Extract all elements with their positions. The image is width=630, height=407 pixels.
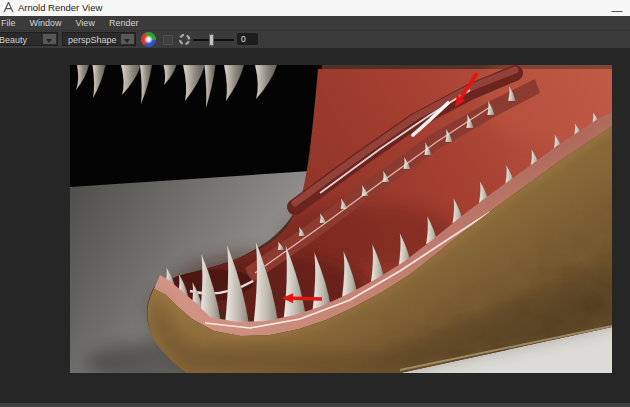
ghost-swatch-icon[interactable] — [163, 35, 173, 45]
arnold-render-view-window: Arnold Render View — File Window View Re… — [0, 0, 630, 407]
refresh-icon[interactable] — [178, 33, 191, 46]
render-viewport[interactable] — [70, 65, 612, 373]
render-panel — [0, 48, 630, 403]
camera-dropdown-value: perspShape — [68, 35, 117, 45]
window-bottom-edge — [0, 403, 630, 407]
camera-dropdown[interactable]: perspShape — [62, 32, 136, 46]
color-wheel-icon[interactable] — [141, 32, 156, 47]
menu-file[interactable]: File — [0, 18, 23, 28]
slider-handle[interactable] — [209, 34, 214, 46]
chevron-down-icon[interactable] — [121, 34, 134, 44]
minimize-button[interactable]: — — [606, 7, 628, 16]
menubar: File Window View Render — [0, 16, 630, 30]
frame-value-field[interactable]: 0 — [237, 33, 258, 45]
window-title: Arnold Render View — [18, 2, 102, 13]
menu-render[interactable]: Render — [102, 18, 146, 28]
toolbar: Beauty perspShape 0 — [0, 30, 630, 49]
chevron-down-icon[interactable] — [43, 34, 56, 44]
titlebar: Arnold Render View — — [0, 0, 630, 16]
aov-dropdown-value: Beauty — [0, 35, 27, 45]
aov-dropdown[interactable]: Beauty — [0, 32, 58, 46]
menu-window[interactable]: Window — [23, 18, 69, 28]
arnold-logo-icon — [3, 2, 14, 13]
menu-view[interactable]: View — [69, 18, 102, 28]
